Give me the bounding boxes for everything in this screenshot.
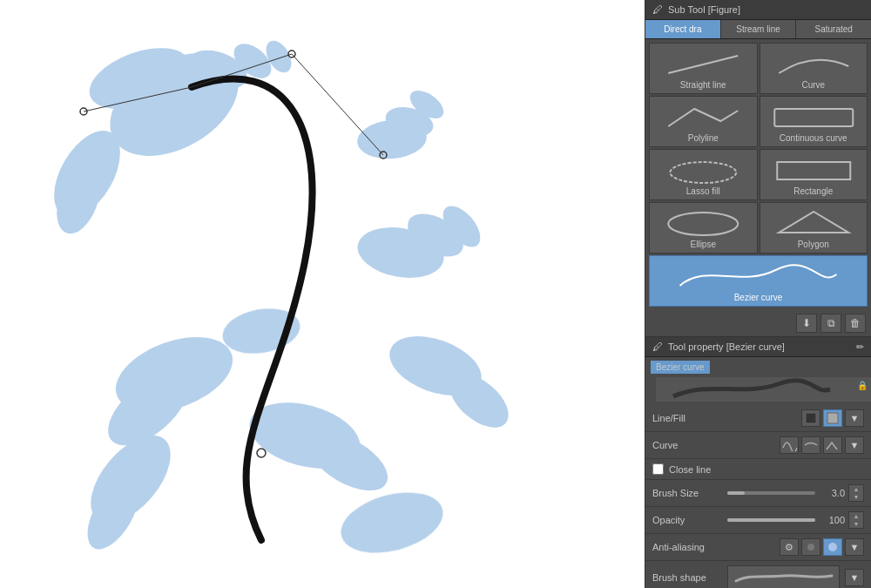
tool-label-bezier: Bezier curve	[734, 293, 783, 302]
tool-straight-line[interactable]: Straight line	[649, 43, 758, 94]
figure-icon: 🖊	[652, 3, 663, 16]
svg-rect-33	[777, 162, 850, 179]
prop-header-pencil: ✏	[856, 341, 864, 353]
tool-property-header: 🖊 Tool property [Bezier curve] ✏	[645, 337, 871, 357]
aa-small-circle-btn[interactable]	[801, 538, 820, 556]
tabs-row: Direct dra Stream line Saturated	[645, 20, 871, 39]
right-panel: 🖊 Sub Tool [Figure] Direct dra Stream li…	[645, 0, 871, 588]
prop-row-curve: Curve ▼	[645, 432, 871, 459]
copy-icon-btn[interactable]: ⧉	[820, 314, 841, 333]
save-icon-btn[interactable]: ⬇	[796, 314, 817, 333]
svg-rect-31	[774, 109, 853, 126]
svg-point-39	[828, 543, 837, 551]
tool-label-rectangle: Rectangle	[793, 186, 833, 196]
svg-rect-36	[806, 413, 816, 423]
prop-row-anti-aliasing: Anti-aliasing ⚙ ▼	[645, 534, 871, 561]
svg-point-19	[334, 483, 449, 564]
tool-label-polyline: Polyline	[688, 133, 719, 143]
brush-size-spinner[interactable]: ▲ ▼	[848, 484, 864, 502]
tool-rectangle[interactable]: Rectangle	[760, 149, 868, 200]
prop-header-title: Tool property [Bezier curve]	[668, 341, 785, 352]
svg-point-34	[668, 213, 738, 235]
prop-row-close-line: Close line	[645, 459, 871, 480]
svg-marker-35	[779, 212, 848, 233]
prop-label-brush-size: Brush Size	[652, 488, 722, 498]
tool-bezier-curve[interactable]: Bezier curve	[649, 255, 868, 307]
svg-rect-37	[827, 413, 838, 423]
tool-continuous-curve[interactable]: Continuous curve	[760, 96, 868, 147]
tool-polygon[interactable]: Polygon	[760, 202, 868, 253]
line-fill-light-btn[interactable]	[823, 409, 842, 427]
close-line-label: Close line	[669, 464, 711, 475]
tool-label-continuous: Continuous curve	[780, 133, 847, 143]
prop-label-anti-aliasing: Anti-aliasing	[652, 542, 722, 552]
bottom-icons-row: ⬇ ⧉ 🗑	[645, 310, 871, 337]
prop-header-icon: 🖊	[652, 341, 663, 353]
tool-curve[interactable]: Curve	[760, 43, 868, 94]
tab-direct-draw[interactable]: Direct dra	[645, 20, 721, 38]
brush-size-value: 3.0	[819, 488, 845, 498]
tab-stream-line[interactable]: Stream line	[721, 20, 797, 38]
line-fill-chevron-btn[interactable]: ▼	[845, 409, 864, 427]
tool-lasso-fill[interactable]: Lasso fill	[649, 149, 758, 200]
prop-row-brush-size: Brush Size 3.0 ▲ ▼	[645, 480, 871, 507]
close-line-checkbox[interactable]	[652, 463, 664, 475]
prop-label-opacity: Opacity	[652, 515, 722, 525]
bezier-name-badge: Bezier curve	[651, 361, 710, 374]
tool-ellipse[interactable]: Ellipse	[649, 202, 758, 253]
tool-label-straight: Straight line	[680, 80, 726, 90]
tool-grid: Straight line Curve Polyline Continuous …	[645, 39, 871, 310]
curve-wave2-btn[interactable]	[801, 436, 820, 454]
bezier-preview: 🔒	[656, 377, 871, 402]
brush-shape-chevron-btn[interactable]: ▼	[845, 569, 864, 586]
tool-label-lasso: Lasso fill	[686, 186, 720, 196]
aa-gear-btn[interactable]: ⚙	[780, 538, 799, 556]
prop-row-opacity: Opacity 100 ▲ ▼	[645, 507, 871, 534]
prop-row-brush-shape: Brush shape ▼	[645, 561, 871, 588]
brush-shape-preview[interactable]	[727, 565, 840, 588]
svg-point-32	[670, 162, 736, 183]
svg-point-29	[257, 449, 266, 457]
opacity-spinner[interactable]: ▲ ▼	[848, 511, 864, 529]
tool-label-polygon: Polygon	[798, 240, 829, 249]
prop-label-brush-shape: Brush shape	[652, 572, 722, 583]
canvas-area[interactable]	[0, 0, 645, 588]
tool-label-curve: Curve	[801, 80, 825, 90]
tab-saturated[interactable]: Saturated	[796, 20, 871, 38]
svg-point-38	[807, 544, 814, 551]
curve-wave1-btn[interactable]	[780, 436, 799, 454]
line-fill-dark-btn[interactable]	[801, 409, 820, 427]
svg-line-30	[668, 56, 738, 73]
curve-chevron-btn[interactable]: ▼	[845, 436, 864, 454]
aa-large-circle-btn[interactable]	[823, 538, 842, 556]
opacity-slider[interactable]	[727, 518, 815, 522]
brush-size-slider[interactable]	[727, 491, 815, 495]
prop-label-line-fill: Line/Fill	[652, 413, 722, 423]
aa-chevron-btn[interactable]: ▼	[845, 538, 864, 556]
sub-tool-header: 🖊 Sub Tool [Figure]	[645, 0, 871, 20]
sub-tool-title: Sub Tool [Figure]	[668, 4, 740, 15]
canvas-drawing	[0, 0, 645, 588]
prop-row-line-fill: Line/Fill ▼	[645, 405, 871, 432]
tool-polyline[interactable]: Polyline	[649, 96, 758, 147]
tool-label-ellipse: Ellipse	[691, 240, 716, 249]
delete-icon-btn[interactable]: 🗑	[845, 314, 866, 333]
bezier-name-row: Bezier curve	[645, 357, 871, 377]
opacity-value: 100	[819, 515, 845, 525]
curve-wave3-btn[interactable]	[823, 436, 842, 454]
prop-label-curve: Curve	[652, 440, 722, 450]
